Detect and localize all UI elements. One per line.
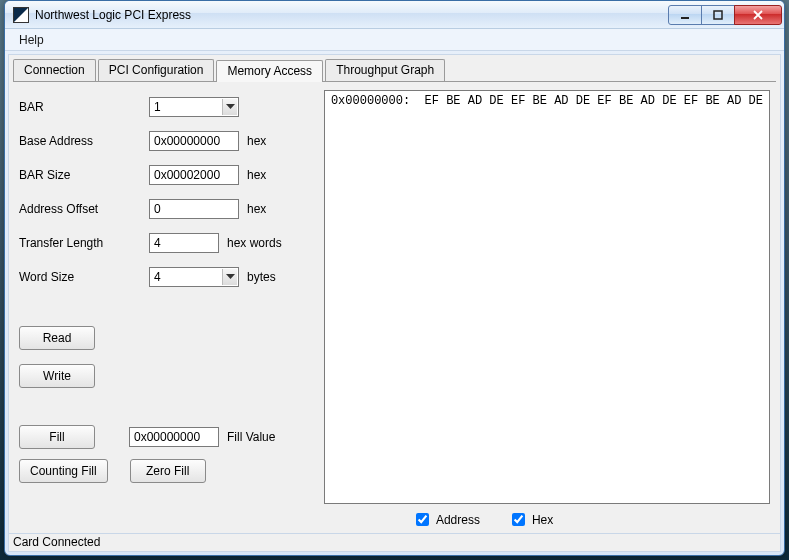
hex-options: Address Hex [324, 504, 770, 529]
fill-value-label: Fill Value [227, 430, 275, 444]
svg-rect-0 [681, 17, 689, 19]
read-button[interactable]: Read [19, 326, 95, 350]
maximize-button[interactable] [701, 5, 735, 25]
titlebar[interactable]: Northwest Logic PCI Express [5, 1, 784, 29]
hex-checkbox[interactable] [512, 513, 525, 526]
address-offset-input[interactable] [149, 199, 239, 219]
write-button[interactable]: Write [19, 364, 95, 388]
transfer-length-label: Transfer Length [19, 236, 149, 250]
tab-page-memory-access: BAR Base Address hex BAR Size [9, 82, 780, 533]
fill-button[interactable]: Fill [19, 425, 95, 449]
bar-size-unit: hex [247, 168, 266, 182]
tab-memory-access[interactable]: Memory Access [216, 60, 323, 82]
menu-help[interactable]: Help [11, 31, 52, 49]
form-panel: BAR Base Address hex BAR Size [19, 90, 316, 529]
window-buttons [669, 5, 782, 25]
base-address-unit: hex [247, 134, 266, 148]
bar-select[interactable] [149, 97, 239, 117]
counting-fill-button[interactable]: Counting Fill [19, 459, 108, 483]
tab-connection[interactable]: Connection [13, 59, 96, 81]
bar-size-input[interactable] [149, 165, 239, 185]
tabstrip: Connection PCI Configuration Memory Acce… [9, 55, 780, 81]
minimize-button[interactable] [668, 5, 702, 25]
transfer-length-input[interactable] [149, 233, 219, 253]
client-area: Connection PCI Configuration Memory Acce… [8, 54, 781, 552]
word-size-label: Word Size [19, 270, 149, 284]
address-checkbox[interactable] [416, 513, 429, 526]
bar-label: BAR [19, 100, 149, 114]
word-size-select[interactable] [149, 267, 239, 287]
hex-output[interactable]: 0x00000000: EF BE AD DE EF BE AD DE EF B… [324, 90, 770, 504]
hex-checkbox-wrap[interactable]: Hex [508, 510, 553, 529]
svg-rect-1 [714, 11, 722, 19]
address-checkbox-wrap[interactable]: Address [412, 510, 480, 529]
address-offset-label: Address Offset [19, 202, 149, 216]
menubar: Help [5, 29, 784, 51]
word-size-unit: bytes [247, 270, 276, 284]
address-offset-unit: hex [247, 202, 266, 216]
close-button[interactable] [734, 5, 782, 25]
transfer-length-unit: hex words [227, 236, 282, 250]
app-icon [13, 7, 29, 23]
status-bar: Card Connected [9, 533, 780, 551]
address-checkbox-label: Address [436, 513, 480, 527]
status-text: Card Connected [13, 535, 100, 549]
hex-checkbox-label: Hex [532, 513, 553, 527]
app-window: Northwest Logic PCI Express Help Connect… [4, 0, 785, 556]
window-title: Northwest Logic PCI Express [35, 8, 669, 22]
base-address-label: Base Address [19, 134, 149, 148]
zero-fill-button[interactable]: Zero Fill [130, 459, 206, 483]
tab-throughput-graph[interactable]: Throughput Graph [325, 59, 445, 81]
tab-pci-configuration[interactable]: PCI Configuration [98, 59, 215, 81]
fill-value-input[interactable] [129, 427, 219, 447]
bar-size-label: BAR Size [19, 168, 149, 182]
base-address-input[interactable] [149, 131, 239, 151]
